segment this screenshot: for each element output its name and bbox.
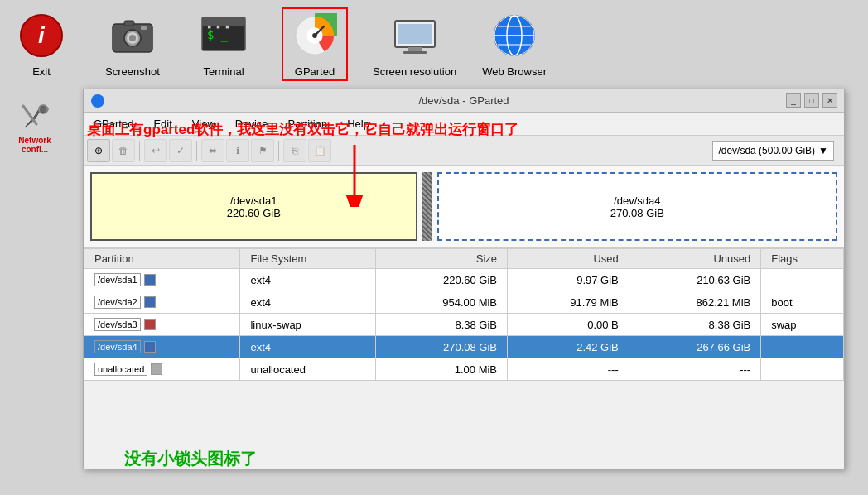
sda1-vis-size: 220.60 GiB: [227, 207, 281, 219]
window-icon: [90, 94, 105, 108]
gparted-button[interactable]: GParted: [282, 7, 348, 81]
gparted-label: GParted: [295, 65, 335, 78]
size-cell: 220.60 GiB: [375, 269, 507, 291]
tb-undo-button[interactable]: ↩: [144, 139, 167, 162]
used-cell: 0.00 B: [508, 314, 629, 336]
annotation-top-text: 桌面上有gparted软件，我这里没有双击它，它自己就弹出运行窗口了: [87, 120, 518, 140]
exit-button[interactable]: i Exit: [8, 11, 75, 78]
col-unused: Unused: [629, 249, 760, 269]
camera-icon: [109, 12, 156, 59]
filesystem-cell: linux-swap: [240, 314, 375, 336]
partition-visual: /dev/sda1 220.60 GiB /dev/sda4 270.08 Gi…: [84, 166, 844, 248]
size-cell: 954.00 MiB: [375, 291, 507, 314]
exit-label: Exit: [32, 65, 51, 78]
tb-paste-button[interactable]: 📋: [308, 139, 331, 162]
svg-text:▪ ▪ ▪: ▪ ▪ ▪: [207, 22, 229, 31]
gparted-toolbar: ⊕ 🗑 ↩ ✓ ⬌ ℹ ⚑ ⎘ 📋 /dev/sda (500.00 GiB) …: [84, 136, 844, 166]
screen-resolution-icon: [392, 12, 438, 59]
sda4-vis-label: /dev/sda4: [614, 195, 660, 207]
unused-cell: 8.38 GiB: [629, 314, 760, 336]
network-config-icon: [17, 99, 53, 136]
web-browser-label: Web Browser: [482, 65, 547, 78]
col-partition: Partition: [84, 249, 240, 269]
unused-cell: 267.66 GiB: [629, 336, 760, 358]
filesystem-cell: ext4: [240, 336, 375, 358]
network-config-button[interactable]: Network confi...: [7, 99, 63, 154]
unused-cell: 210.63 GiB: [629, 269, 760, 291]
table-row[interactable]: /dev/sda4 ext4270.08 GiB2.42 GiB267.66 G…: [84, 336, 844, 358]
tb-delete-button[interactable]: 🗑: [112, 139, 135, 162]
annotation-arrow: [338, 141, 388, 207]
tb-new-button[interactable]: ⊕: [87, 139, 110, 162]
flags-cell: [761, 336, 844, 358]
col-filesystem: File System: [240, 249, 375, 269]
svg-point-3: [129, 35, 136, 41]
tb-move-button[interactable]: ⬌: [201, 139, 224, 162]
col-size: Size: [375, 249, 507, 269]
svg-point-29: [91, 94, 104, 108]
unused-cell: ---: [629, 358, 760, 381]
web-browser-icon: [491, 12, 538, 59]
terminal-button[interactable]: $ _ ▪ ▪ ▪ Terminal: [190, 11, 257, 78]
filesystem-cell: unallocated: [240, 358, 375, 381]
sda1-vis-label: /dev/sda1: [230, 195, 277, 207]
table-row[interactable]: /dev/sda2 ext4954.00 MiB91.79 MiB862.21 …: [84, 291, 844, 314]
flags-cell: swap: [761, 314, 844, 336]
gparted-window: /dev/sda - GParted _ □ ✕ GParted Edit Vi…: [83, 89, 845, 469]
window-titlebar: /dev/sda - GParted _ □ ✕: [84, 89, 844, 113]
tb-apply-button[interactable]: ✓: [169, 139, 192, 162]
device-selector-arrow: ▼: [818, 145, 828, 156]
size-cell: 270.08 GiB: [375, 336, 507, 358]
close-button[interactable]: ✕: [822, 93, 837, 108]
flags-cell: [761, 358, 844, 381]
maximize-button[interactable]: □: [804, 93, 819, 108]
flags-cell: [761, 269, 844, 291]
window-controls: _ □ ✕: [786, 93, 837, 108]
top-toolbar: i Exit Screenshot $ _ ▪ ▪ ▪: [0, 0, 868, 89]
device-selector-value: /dev/sda (500.00 GiB): [718, 145, 815, 156]
partition-name-cell: /dev/sda2: [84, 291, 240, 314]
filesystem-cell: ext4: [240, 269, 375, 291]
table-row[interactable]: unallocated unallocated1.00 MiB------: [84, 358, 844, 381]
minimize-button[interactable]: _: [786, 93, 801, 108]
device-selector[interactable]: /dev/sda (500.00 GiB) ▼: [712, 141, 834, 161]
web-browser-button[interactable]: Web Browser: [481, 11, 547, 78]
gparted-icon: [292, 13, 337, 58]
used-cell: 91.79 MiB: [508, 291, 629, 314]
terminal-label: Terminal: [203, 65, 244, 78]
tb-flag-button[interactable]: ⚑: [251, 139, 274, 162]
table-row[interactable]: /dev/sda3 linux-swap8.38 GiB0.00 B8.38 G…: [84, 314, 844, 336]
exit-icon: i: [20, 14, 63, 57]
partition-name-cell: /dev/sda4: [84, 336, 240, 358]
window-title: /dev/sda - GParted: [418, 94, 509, 107]
tb-copy-button[interactable]: ⎘: [283, 139, 306, 162]
table-row[interactable]: /dev/sda1 ext4220.60 GiB9.97 GiB210.63 G…: [84, 269, 844, 291]
svg-point-13: [312, 33, 317, 38]
tb-info-button[interactable]: ℹ: [226, 139, 249, 162]
svg-rect-17: [403, 51, 427, 54]
sda4-vis-size: 270.08 GiB: [610, 207, 664, 219]
used-cell: 9.97 GiB: [508, 269, 629, 291]
partition-name-cell: /dev/sda1: [84, 269, 240, 291]
partition-table: Partition File System Size Used Unused F…: [84, 248, 844, 381]
network-config-label: Network confi...: [7, 136, 63, 154]
flags-cell: boot: [761, 291, 844, 314]
screen-resolution-button[interactable]: Screen resolution: [373, 11, 456, 78]
size-cell: 1.00 MiB: [375, 358, 507, 381]
svg-rect-5: [141, 26, 147, 30]
svg-rect-4: [124, 21, 134, 26]
partition-visual-small: [422, 172, 432, 241]
unused-cell: 862.21 MiB: [629, 291, 760, 314]
terminal-icon: $ _ ▪ ▪ ▪: [200, 12, 247, 59]
screen-resolution-label: Screen resolution: [373, 65, 456, 78]
partition-name-cell: /dev/sda3: [84, 314, 240, 336]
svg-rect-16: [408, 47, 422, 51]
filesystem-cell: ext4: [240, 291, 375, 314]
partition-name-cell: unallocated: [84, 358, 240, 381]
size-cell: 8.38 GiB: [375, 314, 507, 336]
partition-table-container: Partition File System Size Used Unused F…: [84, 248, 844, 381]
screenshot-button[interactable]: Screenshot: [99, 11, 166, 78]
col-flags: Flags: [761, 249, 844, 269]
partition-visual-sda4[interactable]: /dev/sda4 270.08 GiB: [437, 172, 837, 241]
svg-rect-15: [398, 24, 432, 44]
